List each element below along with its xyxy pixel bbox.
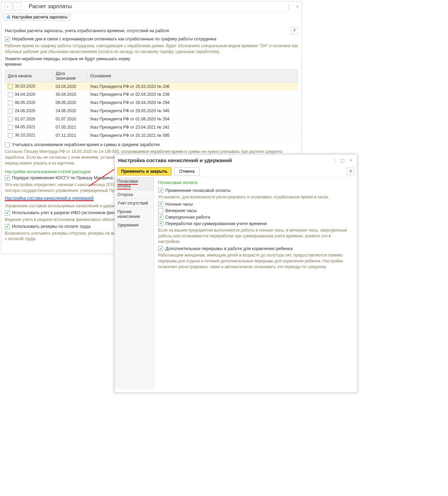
summarized-overtime-label: Переработки при суммированном учете врем… <box>165 221 267 226</box>
section-subtitle: Настройки расчета зарплаты, учета отрабо… <box>5 28 291 33</box>
tab-hourly-label: Почасовая оплата <box>117 179 138 190</box>
toolbar: 🖶Настройки расчета зарплаты <box>1 12 302 22</box>
modal-right-pane: Почасовая оплата ✓Применение почасовой о… <box>154 177 357 389</box>
tab-vacation[interactable]: Отпуска <box>115 191 154 199</box>
reserves-checkbox-label: Использовать резервы по оплате труда <box>12 224 91 229</box>
settings-button[interactable]: 🖶Настройки расчета зарплаты <box>3 13 71 21</box>
overtime-checkbox[interactable]: ✓ <box>158 214 163 220</box>
night-hours-label: Ночные часы <box>165 201 193 207</box>
row-checkbox[interactable] <box>8 101 13 105</box>
side-tabs: Почасовая оплата Отпуска Учет отсутствий… <box>115 177 154 389</box>
hourly-pay-checkbox[interactable]: ✓ <box>158 188 163 193</box>
col-end: Дата окончания <box>53 70 87 82</box>
accruals-link[interactable]: Настройка состава начислений и удержаний <box>5 196 94 201</box>
row-checkbox[interactable] <box>8 84 13 89</box>
nav-forward-button[interactable]: → <box>13 3 21 10</box>
kebab-menu-icon[interactable]: ⋮ <box>286 4 291 9</box>
feeding-breaks-checkbox[interactable]: ✓ <box>158 246 163 251</box>
avg-checkbox[interactable]: ✓ <box>5 142 10 147</box>
hourly-pay-note: Установите, для возможности регистрирова… <box>158 194 353 200</box>
modal-maximize-icon[interactable]: ▢ <box>340 158 345 163</box>
avg-checkbox-label: Учитывать оплачиваемое нерабочее время и… <box>12 142 160 147</box>
help-button[interactable]: ? <box>291 27 298 35</box>
print-icon: 🖶 <box>7 15 11 19</box>
covid-checkbox-label: Нерабочие дни в связи с коронавирусом оп… <box>12 37 216 41</box>
table-row[interactable]: 06.05.202008.05.2020Указ Президента РФ о… <box>5 99 298 107</box>
apply-close-label: Применить и закрыть <box>121 169 168 174</box>
tab-absence[interactable]: Учет отсутствий <box>115 199 154 208</box>
note-covid-1: Рабочее время по графику работы сотрудни… <box>5 43 298 55</box>
hourly-pay-label: Применение почасовой оплаты <box>165 188 231 193</box>
evening-hours-label: Вечерние часы <box>165 208 197 213</box>
modal-title: Настройка состава начислений и удержаний <box>118 157 329 163</box>
evening-hours-checkbox[interactable]: ✓ <box>158 208 163 213</box>
table-row[interactable]: 30.10.202107.11.2021Указ Президента РФ о… <box>5 131 298 140</box>
overtime-label: Сверхурочная работа <box>165 214 210 220</box>
feeding-breaks-label: Дополнительные перерывы в работе для кор… <box>165 246 293 251</box>
table-row[interactable]: 30.03.202003.04.2020Указ Президента РФ о… <box>5 82 298 91</box>
tab-other-accruals[interactable]: Прочие начисления <box>115 208 154 221</box>
tab-hourly[interactable]: Почасовая оплата <box>115 177 154 191</box>
close-icon[interactable]: × <box>296 4 299 9</box>
pane-title: Почасовая оплата <box>158 180 353 185</box>
night-hours-checkbox[interactable]: ✓ <box>158 201 163 207</box>
kosgu-checkbox[interactable]: ✓ <box>5 175 10 181</box>
table-row[interactable]: 01.07.202001.07.2020Указ Президента РФ о… <box>5 115 298 123</box>
row-checkbox[interactable] <box>8 125 13 130</box>
window-titlebar: ← → Расчет зарплаты ⋮ × <box>1 1 302 12</box>
cancel-button[interactable]: Отмена <box>174 167 200 175</box>
tab-deductions[interactable]: Удержания <box>115 221 154 230</box>
row-checkbox[interactable] <box>8 117 13 121</box>
row-checkbox[interactable] <box>8 133 13 138</box>
cancel-label: Отмена <box>179 169 195 174</box>
covid-checkbox[interactable]: ✓ <box>5 37 10 42</box>
table-row[interactable]: 04.05.202107.05.2021Указ Президента РФ о… <box>5 123 298 131</box>
periods-table: Дата начала Дата окончания Основание 30.… <box>5 69 298 140</box>
modal-window: Настройка состава начислений и удержаний… <box>114 154 357 393</box>
note-covid-2: Укажите нерабочие периоды, которые не бу… <box>5 56 135 68</box>
modal-close-icon[interactable]: × <box>348 158 354 163</box>
reserves-checkbox[interactable]: ✓ <box>5 224 10 229</box>
row-checkbox[interactable] <box>8 92 13 97</box>
modal-toolbar: Применить и закрыть Отмена ? <box>115 166 357 177</box>
modal-help-button[interactable]: ? <box>347 168 354 175</box>
summarized-overtime-checkbox[interactable]: ✓ <box>158 221 163 226</box>
apply-close-button[interactable]: Применить и закрыть <box>117 167 171 175</box>
col-basis: Основание <box>87 70 298 82</box>
col-start: Дата начала <box>5 70 53 82</box>
modal-body: Почасовая оплата Отпуска Учет отсутствий… <box>115 177 357 389</box>
table-row[interactable]: 04.04.202030.04.2020Указ Президента РФ о… <box>5 91 298 99</box>
nav-back-button[interactable]: ← <box>4 3 12 10</box>
settings-button-label: Настройки расчета зарплаты <box>12 15 67 19</box>
window-title: Расчет зарплаты <box>29 3 286 10</box>
modal-kebab-icon[interactable]: ⋮ <box>332 158 337 163</box>
ifo-checkbox[interactable]: ✓ <box>5 210 10 216</box>
modal-titlebar: Настройка состава начислений и удержаний… <box>115 155 357 166</box>
row-checkbox[interactable] <box>8 109 13 114</box>
overtime-note: Если на вашем предприятии выполняются ра… <box>158 227 353 245</box>
table-row[interactable]: 24.06.202024.06.2020Указ Президента РФ о… <box>5 107 298 115</box>
feeding-breaks-note: Работающим женщинам, имеющим детей в воз… <box>158 252 353 270</box>
